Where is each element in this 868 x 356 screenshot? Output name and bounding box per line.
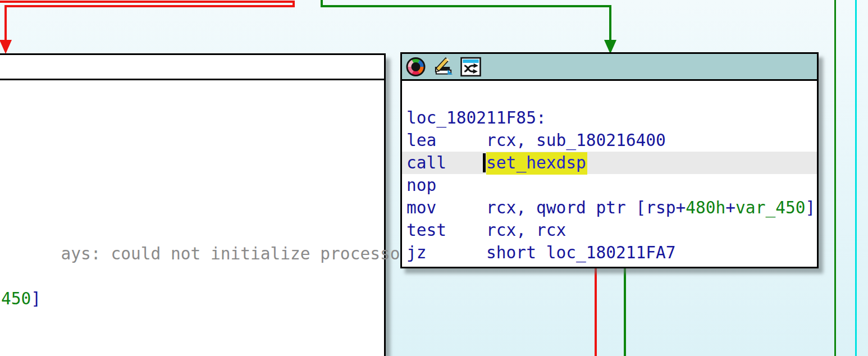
edge-red-horizontal xyxy=(4,5,295,7)
code-line[interactable]: lea rcx, sub_180216400 xyxy=(402,129,817,152)
stack-variable: var_450 xyxy=(735,198,805,217)
edge-green-outgoing xyxy=(624,268,626,356)
edge-red-top-horizontal xyxy=(0,1,295,3)
node-titlebar[interactable] xyxy=(402,54,817,81)
comment-line[interactable]: ays: could not initialize processo"... xyxy=(1,220,440,243)
edge-green-vertical xyxy=(609,5,611,40)
group-nodes-icon[interactable] xyxy=(460,57,481,77)
node-titlebar[interactable] xyxy=(0,55,384,80)
edge-red-outgoing xyxy=(595,268,597,356)
graph-edge-green-vertical xyxy=(834,0,836,356)
instruction: jz short loc_180211FA7 xyxy=(406,243,676,262)
graph-edge-cyan-vertical xyxy=(855,0,857,356)
node-color-wheel-icon[interactable] xyxy=(405,57,426,77)
block-label: loc_180211F85: xyxy=(406,108,546,127)
instruction: mov rcx, qword ptr [rsp+ xyxy=(406,198,686,217)
ida-graph-view: { "app": {"name": "IDA Pro graph view"},… xyxy=(0,0,868,356)
stack-frame-size: 480h xyxy=(686,198,725,217)
disassembly-listing: loc_180211F85:lea rcx, sub_180216400call… xyxy=(402,81,817,264)
basic-block-node-left[interactable]: ays: could not initialize processo"... 4… xyxy=(0,53,386,356)
instruction: nop xyxy=(406,176,436,195)
graph-canvas[interactable]: ays: could not initialize processo"... 4… xyxy=(0,0,868,356)
call-target: set_hexdsp xyxy=(486,152,587,175)
code-line[interactable]: call set_hexdsp xyxy=(402,152,817,174)
code-line[interactable]: mov rcx, qword ptr [rsp+480h+var_450] xyxy=(402,197,817,219)
bracket: ] xyxy=(31,289,41,308)
code-line[interactable]: test rcx, rcx xyxy=(402,219,817,241)
instruction: lea rcx, sub_180216400 xyxy=(406,131,666,150)
basic-block-node-loc-180211F85[interactable]: loc_180211F85:lea rcx, sub_180216400call… xyxy=(400,52,819,268)
edit-node-icon[interactable] xyxy=(433,57,454,77)
code-line[interactable]: jz short loc_180211FA7 xyxy=(402,241,817,264)
string-comment-text: ays: could not initialize processo"... xyxy=(61,244,440,263)
plus-operator: + xyxy=(725,198,735,217)
mnemonic: call xyxy=(406,153,486,172)
edge-red-arrowhead xyxy=(0,40,12,54)
stack-offset-value: 450 xyxy=(1,289,31,308)
edge-green-horizontal xyxy=(321,5,611,7)
bracket: ] xyxy=(805,198,815,217)
code-line[interactable]: 450] xyxy=(1,287,41,310)
text-cursor xyxy=(483,153,486,172)
edge-red-vertical xyxy=(4,5,7,40)
instruction: test rcx, rcx xyxy=(406,221,566,240)
code-line[interactable]: nop xyxy=(402,174,817,197)
clipped-code-line[interactable]: 450] xyxy=(1,287,41,310)
code-line[interactable]: loc_180211F85: xyxy=(402,107,817,129)
